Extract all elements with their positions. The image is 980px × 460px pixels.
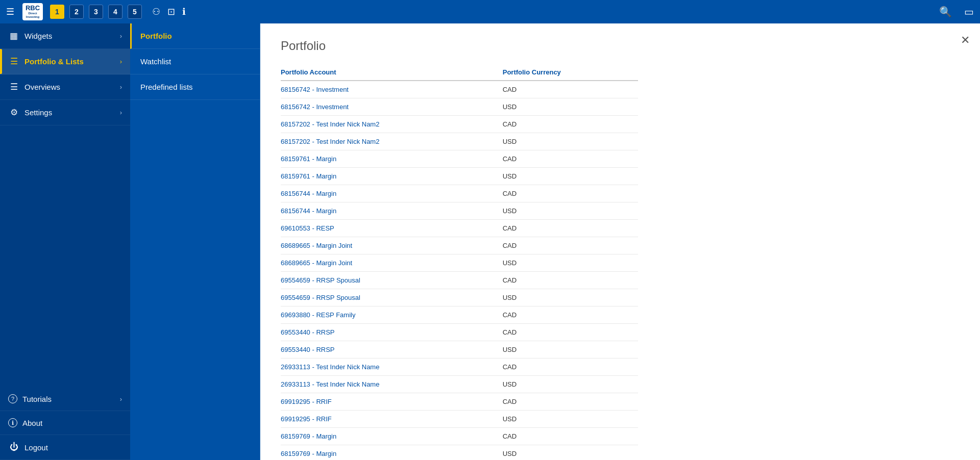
second-panel-predefined-lists-label: Predefined lists [140,83,193,91]
table-row: 69919295 - RRIFCAD [281,393,638,411]
currency-cell: USD [503,168,638,185]
second-panel-watchlist[interactable]: Watchlist [130,49,260,74]
logo-rbc-text: RBC [26,5,40,12]
second-panel-predefined-lists[interactable]: Predefined lists [130,74,260,100]
about-icon: ℹ [8,418,17,427]
table-row: 69553440 - RRSPUSD [281,341,638,359]
table-row: 26933113 - Test Inder Nick NameUSD [281,376,638,393]
tutorials-arrow-icon: › [120,395,122,403]
second-panel-portfolio[interactable]: Portfolio [130,23,260,49]
sidebar-item-about[interactable]: ℹ About [0,411,130,435]
currency-cell: CAD [503,81,638,98]
rbc-logo: RBC DirectInvesting [22,3,43,20]
second-panel-watchlist-label: Watchlist [140,57,171,66]
currency-cell: USD [503,376,638,393]
currency-cell: CAD [503,150,638,168]
tutorials-icon: ? [8,394,17,403]
account-link[interactable]: 26933113 - Test Inder Nick Name [281,359,503,376]
currency-cell: USD [503,98,638,116]
tab-4[interactable]: 4 [108,5,122,19]
widgets-icon: ▦ [8,31,19,41]
hamburger-icon[interactable]: ☰ [6,6,14,17]
logo-subtitle: DirectInvesting [26,12,40,19]
table-row: 68157202 - Test Inder Nick Nam2CAD [281,116,638,133]
sidebar-label-logout: Logout [24,443,122,452]
currency-cell: CAD [503,237,638,254]
account-link[interactable]: 68689665 - Margin Joint [281,254,503,272]
account-link[interactable]: 68159769 - Margin [281,445,503,461]
close-button[interactable]: ✕ [961,34,970,47]
main-layout: ▦ Widgets › ☰ Portfolio & Lists › ☰ Over… [0,23,980,460]
tab-3[interactable]: 3 [89,5,103,19]
account-link[interactable]: 68689665 - Margin Joint [281,237,503,254]
table-body: 68156742 - InvestmentCAD68156742 - Inves… [281,81,638,460]
frame-icon[interactable]: ⊡ [167,6,175,17]
portfolio-table: Portfolio Account Portfolio Currency 681… [281,65,638,460]
settings-arrow-icon: › [120,109,122,116]
table-row: 68156742 - InvestmentUSD [281,98,638,116]
sidebar-label-overviews: Overviews [24,83,120,91]
currency-cell: USD [503,445,638,461]
account-link[interactable]: 68156742 - Investment [281,81,503,98]
account-link[interactable]: 68157202 - Test Inder Nick Nam2 [281,133,503,150]
account-link[interactable]: 68156744 - Margin [281,202,503,220]
account-link[interactable]: 68159761 - Margin [281,150,503,168]
tab-2[interactable]: 2 [69,5,84,19]
logout-icon: ⏻ [8,442,19,452]
tab-5[interactable]: 5 [128,5,142,19]
account-link[interactable]: 68159761 - Margin [281,168,503,185]
sidebar: ▦ Widgets › ☰ Portfolio & Lists › ☰ Over… [0,23,130,460]
portfolio-lists-arrow-icon: › [120,58,122,65]
currency-cell: USD [503,341,638,359]
account-link[interactable]: 69553440 - RRSP [281,341,503,359]
account-link[interactable]: 69693880 - RESP Family [281,306,503,324]
account-link[interactable]: 69554659 - RRSP Spousal [281,272,503,289]
sidebar-label-portfolio-lists: Portfolio & Lists [24,57,120,66]
account-link[interactable]: 68159769 - Margin [281,428,503,445]
table-row: 69554659 - RRSP SpousalCAD [281,272,638,289]
sidebar-item-settings[interactable]: ⚙ Settings › [0,100,130,125]
account-link[interactable]: 68156744 - Margin [281,185,503,202]
window-icon[interactable]: ▭ [964,6,974,18]
table-row: 69919295 - RRIFUSD [281,411,638,428]
currency-cell: CAD [503,359,638,376]
table-row: 68159761 - MarginCAD [281,150,638,168]
second-panel: Portfolio Watchlist Predefined lists [130,23,260,460]
account-link[interactable]: 69919295 - RRIF [281,411,503,428]
sidebar-item-portfolio-lists[interactable]: ☰ Portfolio & Lists › [0,49,130,74]
tab-1[interactable]: 1 [50,5,64,19]
table-row: 69553440 - RRSPCAD [281,324,638,341]
sidebar-label-widgets: Widgets [24,32,120,40]
account-link[interactable]: 26933113 - Test Inder Nick Name [281,376,503,393]
account-link[interactable]: 69919295 - RRIF [281,393,503,411]
account-link[interactable]: 68156742 - Investment [281,98,503,116]
table-row: 69554659 - RRSP SpousalUSD [281,289,638,306]
widgets-arrow-icon: › [120,32,122,40]
sidebar-item-overviews[interactable]: ☰ Overviews › [0,74,130,100]
sidebar-item-logout[interactable]: ⏻ Logout [0,435,130,460]
col-header-account: Portfolio Account [281,65,503,81]
table-row: 68156744 - MarginUSD [281,202,638,220]
sidebar-bottom: ? Tutorials › ℹ About ⏻ Logout [0,387,130,460]
merge-icon[interactable]: ⚇ [152,6,160,17]
sidebar-item-widgets[interactable]: ▦ Widgets › [0,23,130,49]
table-row: 69610553 - RESPCAD [281,220,638,237]
account-link[interactable]: 68157202 - Test Inder Nick Nam2 [281,116,503,133]
table-row: 69693880 - RESP FamilyCAD [281,306,638,324]
table-row: 68159761 - MarginUSD [281,168,638,185]
currency-cell: CAD [503,116,638,133]
currency-cell: CAD [503,306,638,324]
active-bar [0,49,2,74]
sidebar-label-settings: Settings [24,108,120,117]
search-icon[interactable]: 🔍 [939,6,952,18]
table-header: Portfolio Account Portfolio Currency [281,65,638,81]
account-link[interactable]: 69610553 - RESP [281,220,503,237]
info-icon[interactable]: ℹ [182,6,186,17]
currency-cell: USD [503,133,638,150]
sidebar-item-tutorials[interactable]: ? Tutorials › [0,387,130,411]
table-row: 68689665 - Margin JointUSD [281,254,638,272]
account-link[interactable]: 69553440 - RRSP [281,324,503,341]
account-link[interactable]: 69554659 - RRSP Spousal [281,289,503,306]
currency-cell: USD [503,411,638,428]
currency-cell: CAD [503,220,638,237]
